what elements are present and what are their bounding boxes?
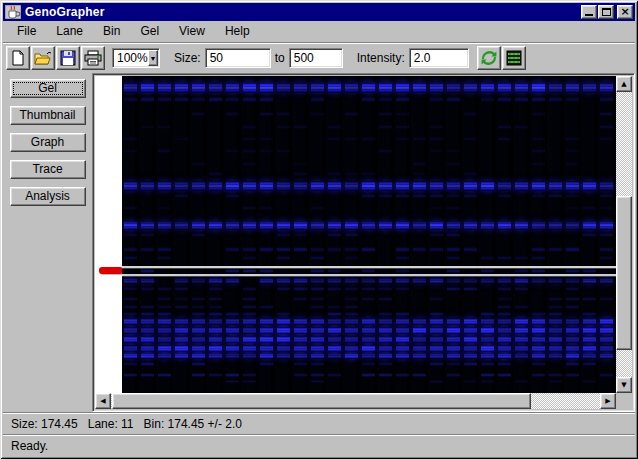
gel-band bbox=[583, 362, 596, 366]
gel-band bbox=[175, 221, 188, 230]
gel-band bbox=[277, 149, 290, 153]
gel-band bbox=[141, 336, 154, 343]
gel-band bbox=[566, 336, 579, 343]
gel-band bbox=[430, 380, 443, 383]
gel-band bbox=[243, 221, 256, 230]
gel-band bbox=[175, 97, 188, 102]
gel-band bbox=[464, 353, 477, 359]
rebin-gel-button[interactable] bbox=[502, 46, 526, 70]
maximize-button[interactable] bbox=[598, 5, 614, 19]
bin-ruler-strip[interactable] bbox=[95, 76, 122, 393]
gel-band bbox=[362, 318, 375, 325]
gel-band bbox=[464, 380, 477, 383]
horizontal-scrollbar-thumb[interactable] bbox=[112, 393, 531, 409]
sidebar-button-trace[interactable]: Trace bbox=[10, 160, 86, 179]
vertical-scrollbar-thumb[interactable] bbox=[616, 196, 632, 350]
gel-band bbox=[158, 297, 171, 301]
menu-lane[interactable]: Lane bbox=[46, 22, 93, 41]
sidebar-button-graph[interactable]: Graph bbox=[10, 133, 86, 152]
gel-band bbox=[192, 312, 205, 316]
gel-band bbox=[447, 97, 460, 102]
gel-band bbox=[158, 318, 171, 325]
gel-band bbox=[345, 112, 358, 116]
refresh-button[interactable] bbox=[477, 46, 501, 70]
gel-band bbox=[345, 278, 358, 284]
gel-band bbox=[345, 181, 358, 191]
intensity-field[interactable] bbox=[409, 48, 469, 68]
gel-band bbox=[294, 318, 307, 325]
horizontal-scrollbar[interactable]: ◀ ▶ bbox=[95, 393, 616, 409]
menu-bin[interactable]: Bin bbox=[93, 22, 130, 41]
gel-band bbox=[413, 82, 426, 93]
gel-band bbox=[379, 287, 392, 291]
gel-band bbox=[583, 297, 596, 301]
gel-band bbox=[243, 336, 256, 343]
gel-band bbox=[277, 112, 290, 116]
gel-band bbox=[413, 327, 426, 334]
zoom-select[interactable]: 100% ▼ bbox=[112, 48, 160, 68]
gel-band bbox=[260, 112, 273, 116]
sidebar-button-analysis[interactable]: Analysis bbox=[10, 187, 86, 206]
gel-band bbox=[583, 336, 596, 343]
menu-gel[interactable]: Gel bbox=[130, 22, 169, 41]
gel-band bbox=[192, 297, 205, 301]
gel-band bbox=[124, 221, 137, 230]
status-size: Size: 174.45 bbox=[11, 417, 78, 431]
new-document-button[interactable] bbox=[6, 46, 30, 70]
gel-band bbox=[294, 345, 307, 352]
gel-image[interactable] bbox=[122, 76, 616, 393]
gel-band bbox=[379, 362, 392, 366]
sidebar-button-thumbnail[interactable]: Thumbnail bbox=[10, 106, 86, 125]
scroll-down-arrow-icon[interactable]: ▼ bbox=[616, 377, 632, 393]
gel-band bbox=[481, 312, 494, 316]
gel-band bbox=[600, 318, 613, 325]
menu-file[interactable]: File bbox=[7, 22, 46, 41]
gel-band bbox=[124, 373, 137, 377]
gel-band bbox=[260, 318, 273, 325]
scroll-right-arrow-icon[interactable]: ▶ bbox=[600, 393, 616, 409]
gel-band bbox=[175, 278, 188, 284]
gel-band bbox=[481, 181, 494, 191]
gel-band bbox=[515, 278, 528, 284]
save-button[interactable] bbox=[56, 46, 80, 70]
gel-band bbox=[311, 269, 324, 273]
gel-band bbox=[226, 345, 239, 352]
size-from-field[interactable] bbox=[205, 48, 271, 68]
gel-band bbox=[260, 353, 273, 359]
menu-view[interactable]: View bbox=[169, 22, 215, 41]
gel-band bbox=[600, 278, 613, 284]
gel-band bbox=[226, 194, 239, 198]
gel-band bbox=[566, 162, 579, 166]
window-title: GenoGrapher bbox=[25, 5, 580, 19]
gel-band bbox=[192, 336, 205, 343]
gel-band bbox=[566, 278, 579, 284]
scroll-left-arrow-icon[interactable]: ◀ bbox=[95, 393, 111, 409]
open-file-button[interactable] bbox=[31, 46, 55, 70]
chevron-down-icon[interactable]: ▼ bbox=[148, 50, 158, 66]
menu-help[interactable]: Help bbox=[215, 22, 260, 41]
gel-band bbox=[328, 278, 341, 284]
gel-band bbox=[600, 327, 613, 334]
print-button[interactable] bbox=[81, 46, 105, 70]
scroll-up-arrow-icon[interactable]: ▲ bbox=[616, 76, 632, 92]
close-button[interactable]: × bbox=[617, 5, 633, 19]
gel-band bbox=[430, 278, 443, 284]
gel-band bbox=[498, 297, 511, 301]
gel-band bbox=[396, 373, 409, 377]
gel-band bbox=[243, 82, 256, 93]
gel-band bbox=[430, 362, 443, 366]
gel-band bbox=[515, 97, 528, 102]
size-to-field[interactable] bbox=[289, 48, 343, 68]
vertical-scrollbar[interactable]: ▲ ▼ bbox=[616, 76, 632, 393]
sidebar-button-gel[interactable]: Gel bbox=[10, 79, 86, 98]
gel-band bbox=[498, 82, 511, 93]
gel-band bbox=[141, 305, 154, 309]
gel-band bbox=[124, 97, 137, 102]
minimize-button[interactable] bbox=[581, 5, 597, 19]
gel-band bbox=[481, 269, 494, 273]
gel-band bbox=[549, 82, 562, 93]
bin-marker[interactable] bbox=[99, 267, 123, 274]
gel-band bbox=[226, 353, 239, 359]
gel-band bbox=[260, 149, 273, 153]
gel-band bbox=[566, 305, 579, 309]
